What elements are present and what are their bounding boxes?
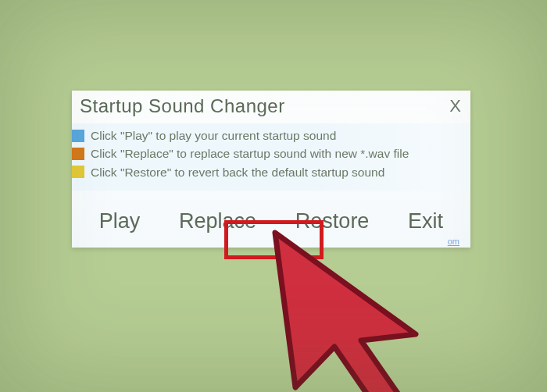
hint-row-replace: Click "Replace" to replace startup sound… [80, 144, 463, 162]
dialog-window: Startup Sound Changer X Click "Play" to … [72, 91, 470, 248]
play-button[interactable]: Play [95, 208, 145, 235]
hint-text: Click "Play" to play your current startu… [91, 127, 336, 144]
titlebar: Startup Sound Changer X [72, 91, 470, 123]
cursor-arrow-icon [259, 225, 463, 392]
footer-link[interactable]: om [448, 237, 459, 246]
square-icon-blue [72, 130, 84, 142]
hints-panel: Click "Play" to play your current startu… [72, 123, 470, 191]
replace-button[interactable]: Replace [174, 208, 261, 235]
restore-button[interactable]: Restore [291, 208, 374, 235]
window-title: Startup Sound Changer [80, 95, 285, 117]
square-icon-yellow [72, 166, 84, 178]
hint-text: Click "Replace" to replace startup sound… [91, 144, 409, 162]
close-icon[interactable]: X [449, 96, 461, 116]
hint-text: Click "Restore" to revert back the defau… [91, 163, 384, 181]
hint-row-play: Click "Play" to play your current startu… [80, 127, 463, 144]
exit-button[interactable]: Exit [403, 208, 448, 235]
button-row: Play Replace Restore Exit [72, 191, 470, 240]
square-icon-orange [72, 148, 84, 160]
hint-row-restore: Click "Restore" to revert back the defau… [80, 163, 463, 181]
